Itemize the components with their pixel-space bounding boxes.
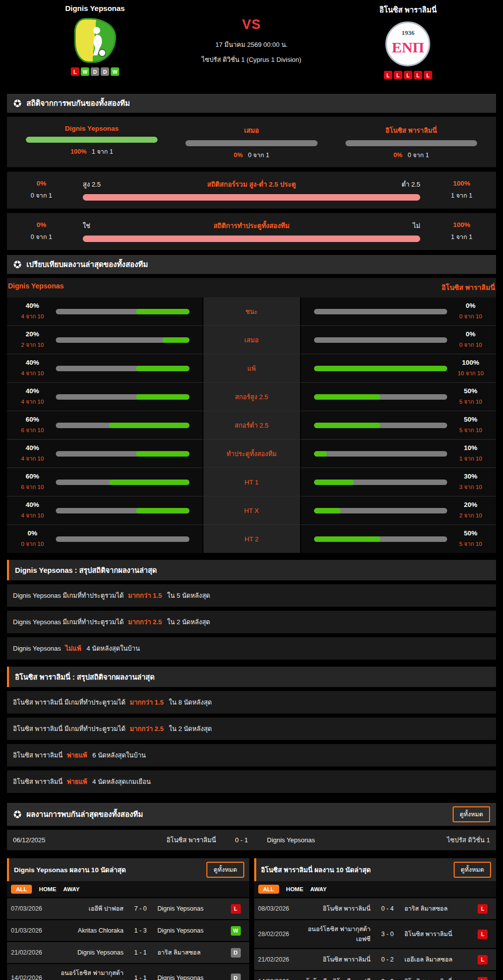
home-stat-cell: 60% 6 จาก 10 (7, 468, 202, 496)
match-score: 0 - 4 (374, 905, 400, 912)
home-stat-percent: 40% (13, 444, 52, 452)
soccer-ball-icon (13, 260, 22, 269)
result-badge: D (231, 974, 241, 980)
away-stat-percent: 20% (451, 501, 490, 508)
match-score: 1 - 1 (128, 975, 154, 980)
match-date: 21/02/2026 (11, 949, 55, 956)
over-label: สูง 2.5 (83, 179, 128, 190)
match-preview-page: Dignis Yepsonas L W D D (0, 0, 503, 980)
home-stat-bar (56, 366, 189, 371)
summary-item: Dignis Yepsonas มีเกมที่ทำประตูรวมได้ มา… (7, 584, 496, 607)
form-badge: L (71, 67, 79, 76)
away-stat-percent: 0% (451, 330, 490, 338)
match-row[interactable]: 08/03/2026 อิโนซิส พาราลิมนี่ 0 - 4 อาริ… (254, 897, 497, 919)
comparison-row: 40% 4 จาก 10 แพ้ 100% 10 จาก 10 (7, 354, 496, 382)
under-count: 1 จาก 1 (434, 191, 489, 201)
away-stat-cell: 100% 10 จาก 10 (301, 354, 497, 382)
match-home-team: อิโนซิส พาราลิมนี่ (73, 835, 224, 845)
view-all-button[interactable]: ดูทั้งหมด (454, 862, 491, 878)
match-row[interactable]: 14/02/2026 อนอร์โธซิส ฟามากุสต้า เอฟซี 1… (7, 963, 249, 980)
match-row[interactable]: 14/02/2026 โอโมเนีย นิโคเซีย เอฟซี 3 - 0… (254, 970, 497, 980)
away-stat-bar (314, 451, 448, 457)
over-count: 0 จาก 1 (14, 191, 69, 201)
outcome-bar (185, 140, 317, 146)
view-all-button[interactable]: ดูทั้งหมด (206, 862, 244, 878)
stat-label: HT 2 (202, 524, 301, 553)
away-team-last10-card: อิโนซิส พาราลิมนี่ ผลงาน 10 นัดล่าสุด ดู… (254, 858, 497, 980)
match-date: 07/03/2026 (11, 905, 55, 912)
over-under-title: สถิติสกอร์รวม สูง-ต่ำ 2.5 ประตู (128, 179, 375, 190)
match-away-team: Dignis Yepsonas (154, 927, 226, 934)
away-stat-count: 10 จาก 10 (451, 369, 490, 378)
home-stat-count: 6 จาก 10 (13, 483, 52, 491)
away-team-logo: 1936 ΕΝΠ (385, 20, 430, 68)
summary-text-pre: อิโนซิส พาราลิมนี่ มีเกมที่ทำประตูรวมได้ (13, 725, 126, 733)
match-info: VS 17 มีนาคม 2569 00:00 น. ไซปรัส ดิวิชั… (183, 4, 320, 89)
tab-home[interactable]: HOME (286, 886, 304, 892)
match-home-team: อิโนซิส พาราลิมนี่ (302, 955, 375, 965)
tab-all[interactable]: ALL (258, 885, 279, 894)
home-stat-bar (56, 508, 189, 513)
comparison-row: 60% 6 จาก 10 สกอร์ต่ำ 2.5 50% 5 จาก 10 (7, 411, 496, 439)
summary-text-post: ใน 2 นัดหลังสุด (169, 725, 212, 733)
away-team-block: อิโนซิส พาราลิมนี่ 1936 ΕΝΠ L L L L L (320, 4, 496, 89)
summary-item: อิโนซิส พาราลิมนี่ มีเกมที่ทำประตูรวมได้… (7, 691, 496, 714)
comparison-away-team: อิโนซิส พาราลิมนี่ (442, 282, 495, 293)
home-stat-cell: 40% 4 จาก 10 (7, 297, 202, 325)
match-row[interactable]: 01/03/2026 Akritas Chloraka 1 - 3 Dignis… (7, 919, 249, 941)
match-row[interactable]: 21/02/2026 อิโนซิส พาราลิมนี่ 0 - 2 เออี… (254, 948, 497, 970)
home-stat-bar (56, 309, 189, 314)
away-stat-count: 1 จาก 10 (451, 454, 490, 463)
tab-away[interactable]: AWAY (310, 886, 327, 892)
match-score: 0 - 2 (374, 956, 400, 963)
result-badge: L (478, 930, 488, 939)
away-stat-bar (314, 309, 448, 314)
match-score: 0 - 1 (224, 836, 259, 844)
form-badge: L (424, 71, 432, 79)
match-row[interactable]: 07/03/2026 เออีพี ปาฟอส 7 - 0 Dignis Yep… (7, 897, 249, 919)
home-stat-bar (56, 536, 189, 542)
summary-text-pre: อิโนซิส พาราลิมนี่ (13, 778, 63, 785)
tab-away[interactable]: AWAY (63, 886, 80, 892)
comparison-home-team: Dignis Yepsonas (8, 282, 64, 293)
outcome-label: อิโนซิส พาราลิมนี่ (345, 125, 477, 136)
match-score: 1 - 1 (128, 949, 154, 956)
h2h-match-row[interactable]: 06/12/2025 อิโนซิส พาราลิมนี่ 0 - 1 Dign… (7, 830, 496, 850)
btts-bar (83, 236, 420, 242)
view-all-button[interactable]: ดูทั้งหมด (453, 806, 490, 822)
h2h-outcome-panel: Dignis Yepsonas 100% 1 จาก 1 เสมอ 0% 0 จ… (7, 117, 496, 167)
match-away-team: อิโนซิส พาราลิมนี่ (400, 929, 473, 939)
home-stat-bar (56, 394, 189, 400)
match-date: 21/02/2026 (258, 956, 302, 963)
match-away-team: อาริส ลิมาสซอล (154, 948, 226, 958)
summary-item: Dignis Yepsonas ไม่แพ้ 4 นัดหลังสุดในบ้า… (7, 637, 496, 660)
summary-highlight: พ่ายแพ้ (67, 751, 87, 759)
away-stat-percent: 0% (451, 302, 490, 309)
away-team-name: อิโนซิส พาราลิมนี่ (379, 4, 437, 16)
tab-home[interactable]: HOME (39, 886, 56, 892)
summary-text-post: 4 นัดหลังสุดในบ้าน (86, 645, 140, 652)
under-label: ต่ำ 2.5 (375, 179, 420, 190)
match-date: 28/02/2026 (258, 931, 302, 938)
btts-title: สถิติการทำประตูทั้งสองทีม (128, 220, 375, 231)
section-comparison: เปรียบเทียบผลงานล่าสุดของทั้งสองทีม (7, 255, 496, 274)
section-h2h-stats: สถิติจากการพบกันของทั้งสองทีม (7, 94, 496, 113)
away-stat-count: 0 จาก 10 (451, 340, 490, 349)
stat-label: HT 1 (202, 468, 301, 496)
home-stat-cell: 0% 0 จาก 10 (7, 524, 202, 553)
tab-all[interactable]: ALL (11, 885, 32, 894)
under-percent: 100% (434, 180, 489, 187)
match-home-team: อนอร์โธซิส ฟามากุสต้า เอฟซี (302, 924, 375, 944)
home-stat-cell: 40% 4 จาก 10 (7, 382, 202, 411)
away-stat-bar (314, 480, 448, 485)
away-stat-percent: 50% (451, 416, 490, 423)
home-stat-percent: 40% (13, 387, 52, 395)
match-row[interactable]: 28/02/2026 อนอร์โธซิส ฟามากุสต้า เอฟซี 3… (254, 919, 497, 948)
comparison-rows: 40% 4 จาก 10 ชนะ 0% 0 จาก 10 (7, 297, 496, 553)
home-stat-count: 0 จาก 10 (13, 539, 52, 548)
match-away-team: เออีเอล ลิมาสซอล (400, 955, 473, 965)
match-away-team: อาริส ลิมาสซอล (400, 904, 473, 914)
match-row[interactable]: 21/02/2026 Dignis Yepsonas 1 - 1 อาริส ล… (7, 941, 249, 963)
summary-item: อิโนซิส พาราลิมนี่ พ่ายแพ้ 6 นัดหลังสุดใ… (7, 744, 496, 766)
match-date: 08/03/2026 (258, 905, 302, 912)
